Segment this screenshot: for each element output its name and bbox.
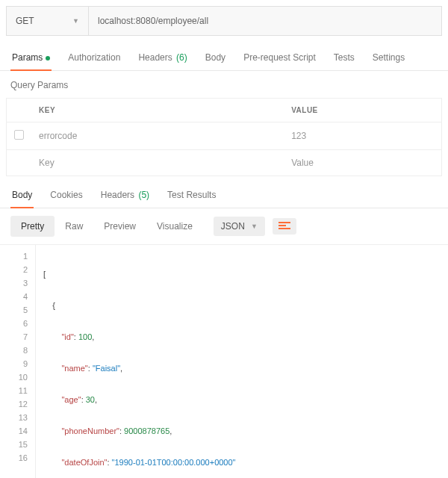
param-value[interactable]: 123 <box>284 122 441 150</box>
tab-body[interactable]: Body <box>204 46 227 70</box>
tab-headers-count: (6) <box>176 52 187 63</box>
tab-settings[interactable]: Settings <box>371 46 406 70</box>
tab-resp-headers[interactable]: Headers (5) <box>99 187 151 208</box>
tab-resp-headers-label: Headers <box>101 190 134 200</box>
tab-headers-label: Headers <box>138 52 172 63</box>
format-label: JSON <box>221 221 245 232</box>
request-tabs: Params Authorization Headers (6) Body Pr… <box>0 46 448 71</box>
wrap-icon <box>279 222 290 231</box>
raw-button[interactable]: Raw <box>55 216 93 237</box>
param-key-placeholder[interactable]: Key <box>31 150 284 176</box>
query-params-title: Query Params <box>0 71 448 98</box>
request-bar: GET ▼ localhost:8080/employee/all <box>6 6 442 36</box>
chevron-down-icon: ▼ <box>251 223 258 230</box>
view-mode-segment: Pretty Raw Preview Visualize <box>10 216 203 237</box>
tab-resp-body[interactable]: Body <box>10 187 34 208</box>
wrap-lines-button[interactable] <box>273 218 296 235</box>
tab-prerequest[interactable]: Pre-request Script <box>242 46 317 70</box>
tab-tests[interactable]: Tests <box>332 46 356 70</box>
format-dropdown[interactable]: JSON ▼ <box>214 217 265 236</box>
checkbox-icon[interactable] <box>14 130 24 140</box>
table-row[interactable]: errorcode 123 <box>7 122 442 150</box>
line-gutter: 12345678910111213141516 <box>0 245 36 478</box>
method-dropdown[interactable]: GET ▼ <box>7 7 89 35</box>
preview-button[interactable]: Preview <box>93 216 146 237</box>
col-key: KEY <box>31 99 284 122</box>
url-input[interactable]: localhost:8080/employee/all <box>89 7 441 35</box>
response-toolbar: Pretty Raw Preview Visualize JSON ▼ <box>0 208 448 245</box>
param-key[interactable]: errorcode <box>31 122 284 150</box>
tab-resp-testresults[interactable]: Test Results <box>166 187 217 208</box>
url-text: localhost:8080/employee/all <box>98 16 208 26</box>
query-params-table: KEY VALUE errorcode 123 Key Value <box>6 98 442 176</box>
chevron-down-icon: ▼ <box>72 17 79 25</box>
response-body: 12345678910111213141516 [ { "id": 100, "… <box>0 245 448 478</box>
dot-indicator-icon <box>46 56 50 60</box>
tab-authorization[interactable]: Authorization <box>66 46 122 70</box>
tab-resp-cookies[interactable]: Cookies <box>49 187 84 208</box>
tab-headers[interactable]: Headers (6) <box>137 46 188 70</box>
tab-params[interactable]: Params <box>10 46 52 70</box>
response-tabs: Body Cookies Headers (5) Test Results <box>0 176 448 208</box>
pretty-button[interactable]: Pretty <box>10 216 55 237</box>
visualize-button[interactable]: Visualize <box>146 216 203 237</box>
table-row[interactable]: Key Value <box>7 150 442 176</box>
method-label: GET <box>16 16 34 26</box>
code-content[interactable]: [ { "id": 100, "name": "Faisal", "age": … <box>36 245 448 478</box>
tab-params-label: Params <box>12 52 43 63</box>
col-value: VALUE <box>284 99 441 122</box>
tab-resp-headers-count: (5) <box>138 190 149 200</box>
param-value-placeholder[interactable]: Value <box>284 150 441 176</box>
